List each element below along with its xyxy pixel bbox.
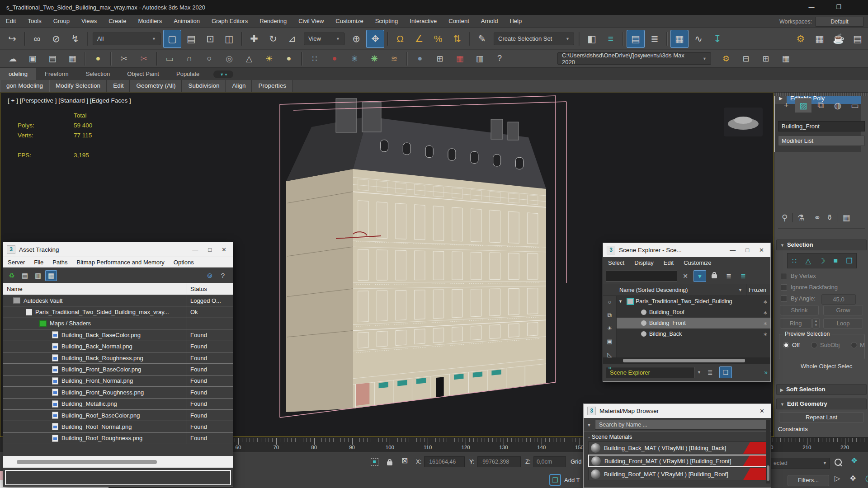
snaps-toggle-icon[interactable]: Ω (391, 30, 409, 48)
repeat-last-button[interactable]: Repeat Last (779, 412, 864, 422)
lock-icon[interactable] (708, 270, 721, 282)
asset-row[interactable]: Paris_Traditional_Two_Sided_Building_max… (3, 306, 233, 318)
ribbon-panel-gon-modeling[interactable]: gon Modeling (0, 80, 49, 92)
minimize-icon[interactable]: — (192, 246, 198, 253)
selection-filter-dropdown[interactable]: All▼ (93, 33, 160, 45)
preview-off-radio[interactable]: Off (783, 342, 800, 348)
window-crossing-icon[interactable]: ◫ (220, 30, 238, 48)
asset-status-box[interactable] (5, 470, 231, 485)
key-filters-button[interactable]: Filters... (788, 475, 829, 486)
ribbon-overflow-dropdown[interactable]: ▼ ▾ (213, 70, 233, 78)
rectangular-selection-icon[interactable]: ⊡ (201, 30, 219, 48)
selection-lock-icon[interactable] (387, 459, 392, 467)
viewport-label-menu[interactable]: [ + ] [Perspective ] [Standard ] [Edged … (8, 97, 131, 104)
asset-row[interactable]: Building_Roof_Roughness.pngFound (3, 433, 233, 444)
list-view-icon[interactable]: ▤ (19, 270, 31, 281)
restore-button[interactable]: ❐ (831, 2, 846, 12)
material-browser-title-bar[interactable]: 3 Material/Map Browser ✕ (584, 404, 771, 418)
cut-icon[interactable]: ✂ (114, 51, 133, 66)
close-icon[interactable]: ✕ (760, 408, 764, 414)
ribbon-panel-align[interactable]: Align (226, 80, 252, 92)
use-pivot-point-icon[interactable]: ⊕ (347, 30, 365, 48)
select-and-scale-icon[interactable]: ⊿ (283, 30, 301, 48)
sphere-steel-icon[interactable]: ● (410, 51, 429, 66)
menu-animation[interactable]: Animation (168, 15, 206, 28)
modifier-list-dropdown[interactable]: Modifier List (778, 136, 865, 146)
project-path-dropdown[interactable]: C:\Users\dshsd\OneDrive\Документы\3ds Ma… (557, 52, 711, 65)
workspace-dropdown[interactable]: Default (816, 17, 863, 27)
layers-stack-icon[interactable]: ≣ (704, 366, 717, 378)
divider[interactable] (778, 228, 865, 229)
align-icon[interactable]: ≡ (602, 30, 620, 48)
minimize-button[interactable]: — (804, 2, 819, 12)
maximize-icon[interactable]: □ (208, 246, 212, 253)
help-icon[interactable]: ? (217, 270, 229, 281)
bind-to-space-warp-icon[interactable]: ↯ (66, 30, 84, 48)
asset-row[interactable]: Building_Back_BaseColor.pngFound (3, 329, 233, 341)
clear-search-icon[interactable]: ✕ (679, 270, 692, 282)
render-production-icon[interactable]: ☕ (830, 30, 848, 48)
torus-primitive-icon[interactable]: ◎ (220, 51, 239, 66)
select-and-move-icon[interactable]: ✚ (245, 30, 263, 48)
display-geometry-icon[interactable]: ⧉ (605, 311, 615, 320)
menu-edit[interactable]: Edit (0, 15, 22, 28)
tab-hierarchy[interactable]: ⧉ (812, 98, 829, 113)
search-by-name-input[interactable]: Search by Name ... (595, 420, 769, 430)
edit-geometry-rollout-header[interactable]: ▼Edit Geometry (776, 399, 867, 409)
close-icon[interactable]: ✕ (222, 246, 226, 253)
sphere-primitive-icon[interactable]: ○ (200, 51, 219, 66)
particles-icon[interactable]: ∷ (305, 51, 324, 66)
maximize-icon[interactable]: □ (745, 247, 749, 253)
preview-subobj-radio[interactable]: SubObj (811, 342, 840, 348)
select-and-manipulate-icon[interactable]: ✥ (366, 30, 384, 48)
absolute-mode-icon[interactable]: ⊠ (401, 456, 408, 465)
rendered-frame-icon[interactable]: ▦ (811, 30, 829, 48)
loop-button[interactable]: Loop (823, 318, 863, 328)
atom-icon[interactable]: ⚛ (345, 51, 364, 66)
scene-tree-row[interactable]: ▼Paris_Traditional_Two_Sided_Building∗ (617, 296, 770, 307)
filter-funnel-icon[interactable]: ▼ (693, 270, 706, 282)
cloud-icon[interactable]: ☁ (3, 51, 22, 66)
select-object-icon[interactable]: ▢ (163, 30, 181, 48)
render-preset-icon[interactable]: ▤ (43, 51, 62, 66)
select-and-link-icon[interactable]: ∞ (28, 30, 46, 48)
vray-sphere-icon[interactable]: ● (325, 51, 344, 66)
ribbon-panel-subdivision[interactable]: Subdivision (182, 80, 226, 92)
remove-modifier-icon[interactable]: ⚱ (826, 213, 833, 223)
spinner-snap-icon[interactable]: ⇅ (448, 30, 466, 48)
dome-primitive-icon[interactable]: ∩ (180, 51, 199, 66)
menu-rendering[interactable]: Rendering (254, 15, 292, 28)
mirror-icon[interactable]: ◧ (583, 30, 601, 48)
display-all-icon[interactable]: ○ (605, 298, 615, 307)
scrollbar-thumb[interactable] (767, 465, 769, 481)
polygon-mode-icon[interactable]: ■ (829, 255, 842, 267)
percent-snap-icon[interactable]: % (429, 30, 447, 48)
panel-drag-handle[interactable] (774, 93, 868, 96)
edit-named-selection-sets-icon[interactable]: ✎ (473, 30, 491, 48)
add-time-tag-icon[interactable]: ❒ (549, 474, 561, 486)
explorer-name-dropdown[interactable]: Scene Explorer (606, 367, 694, 378)
vertex-mode-icon[interactable]: ∷ (788, 255, 801, 267)
gear-sync-icon[interactable]: ⚙ (717, 51, 736, 66)
display-helpers-icon[interactable]: ◺ (605, 350, 615, 359)
scrollbar-thumb[interactable] (623, 359, 745, 362)
box-primitive-icon[interactable]: ▭ (160, 51, 179, 66)
menu-views[interactable]: Views (75, 15, 103, 28)
ribbon-panel-geometry-all-[interactable]: Geometry (All) (130, 80, 182, 92)
explorer-window-icon[interactable]: ❏ (719, 366, 732, 378)
asset-row[interactable]: Building_Roof_BaseColor.pngFound (3, 410, 233, 421)
chevron-down-icon[interactable]: ▼ (697, 370, 701, 375)
scene-menu-edit[interactable]: Edit (659, 257, 679, 268)
asset-menu-bitmap-performance-and-memory[interactable]: Bitmap Performance and Memory (72, 257, 169, 267)
show-end-result-icon[interactable]: ⚗ (797, 213, 804, 223)
viewcube[interactable] (724, 108, 763, 136)
asset-row[interactable]: Building_Front_Normal.pngFound (3, 375, 233, 387)
selection-rollout-header[interactable]: ▼Selection (776, 239, 867, 250)
asset-row[interactable]: Building_Roof_Normal.pngFound (3, 421, 233, 432)
y-coordinate-field[interactable]: -99762,398 (477, 456, 521, 467)
online-help-icon[interactable]: ⊚ (204, 270, 216, 281)
layer-view-icon[interactable]: ≣ (737, 270, 750, 282)
toggle-scene-explorer-icon[interactable]: ▦ (670, 30, 689, 48)
asset-row[interactable]: Building_Front_BaseColor.pngFound (3, 364, 233, 375)
z-coordinate-field[interactable]: 0,0cm (533, 456, 566, 467)
